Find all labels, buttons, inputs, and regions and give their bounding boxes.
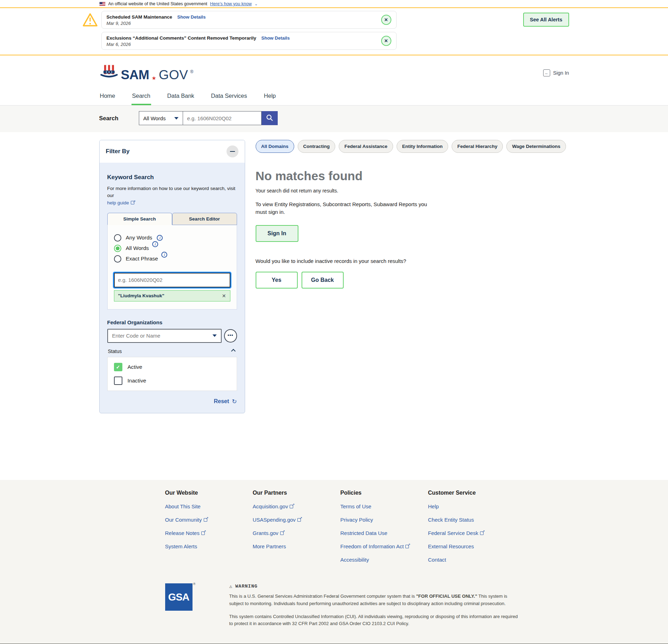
yes-button[interactable]: Yes bbox=[256, 272, 298, 289]
reset-filters-link[interactable]: Reset bbox=[214, 398, 229, 405]
caret-down-icon bbox=[174, 117, 178, 120]
tab-simple-search[interactable]: Simple Search bbox=[107, 213, 172, 225]
alert-date: Mar 9, 2026 bbox=[107, 21, 206, 26]
footer-heading-our-partners: Our Partners bbox=[253, 490, 340, 496]
ellipsis-icon: ••• bbox=[228, 332, 234, 338]
chevron-up-icon[interactable] bbox=[231, 349, 236, 353]
sign-in-button[interactable]: Sign In bbox=[256, 225, 298, 242]
active-checkbox[interactable] bbox=[114, 363, 122, 371]
external-link-icon bbox=[131, 201, 134, 204]
radio-exact-phrase[interactable] bbox=[114, 255, 121, 263]
alert-title: Exclusions “Additional Comments” Content… bbox=[107, 35, 256, 41]
footer-link-release-notes[interactable]: Release Notes bbox=[165, 530, 253, 536]
search-row: Search All Words bbox=[0, 106, 668, 132]
footer-link-about-this-site[interactable]: About This Site bbox=[165, 503, 253, 509]
search-mode-value: All Words bbox=[143, 115, 166, 121]
sam-gov-logo[interactable]: SAM ★ GOV ® bbox=[99, 65, 194, 81]
nav-item-home[interactable]: Home bbox=[99, 90, 116, 105]
inactive-checkbox[interactable] bbox=[114, 377, 122, 385]
minus-icon bbox=[230, 151, 235, 152]
sign-in-note: To view Entity Registrations, Subcontrac… bbox=[256, 201, 434, 216]
external-link-icon bbox=[204, 518, 207, 522]
go-back-button[interactable]: Go Back bbox=[302, 272, 344, 289]
nav-item-help[interactable]: Help bbox=[263, 90, 277, 105]
alert-show-details-link[interactable]: Show Details bbox=[261, 35, 290, 41]
external-link-icon bbox=[405, 545, 409, 548]
chevron-down-icon: ⌄ bbox=[255, 2, 258, 6]
keyword-info-text: For more information on how to use our k… bbox=[107, 186, 235, 198]
see-all-alerts-button[interactable]: See All Alerts bbox=[523, 13, 569, 27]
header-sign-in-link[interactable]: ← Sign In bbox=[543, 69, 569, 76]
keyword-input[interactable] bbox=[114, 273, 230, 287]
search-input[interactable] bbox=[183, 111, 262, 125]
warning-icon: ⚠ bbox=[229, 583, 232, 589]
footer-link-acquisition-gov[interactable]: Acquisition.gov bbox=[253, 503, 340, 509]
search-submit-button[interactable] bbox=[262, 111, 278, 125]
refresh-icon[interactable]: ↻ bbox=[232, 398, 237, 405]
nav-item-data-services[interactable]: Data Services bbox=[210, 90, 248, 105]
alert-close-button[interactable]: ✕ bbox=[381, 15, 391, 25]
footer-link-accessibility[interactable]: Accessibility bbox=[340, 557, 428, 563]
external-link-icon bbox=[297, 518, 301, 522]
footer-link-federal-service-desk[interactable]: Federal Service Desk bbox=[428, 530, 516, 536]
active-checkbox-label: Active bbox=[128, 364, 142, 370]
search-label: Search bbox=[99, 115, 119, 122]
banner-how-you-know-link[interactable]: Here’s how you know bbox=[210, 1, 252, 6]
external-link-icon bbox=[201, 531, 205, 535]
domain-tab-federal-hierarchy[interactable]: Federal Hierarchy bbox=[452, 140, 503, 153]
footer-link-grants-gov[interactable]: Grants.gov bbox=[253, 530, 340, 536]
domain-tab-all-domains[interactable]: All Domains bbox=[256, 140, 294, 153]
info-icon[interactable]: i bbox=[152, 241, 158, 247]
footer-link-external-resources[interactable]: External Resources bbox=[428, 543, 516, 549]
footer-link-terms-of-use[interactable]: Terms of Use bbox=[340, 503, 428, 509]
collapse-filters-button[interactable] bbox=[227, 145, 238, 157]
footer-link-restricted-data-use[interactable]: Restricted Data Use bbox=[340, 530, 428, 536]
radio-any-words-label: Any Words bbox=[126, 235, 153, 241]
close-icon: ✕ bbox=[384, 17, 388, 22]
warning-paragraph-1: This is a U.S. General Services Administ… bbox=[229, 593, 520, 608]
domain-tab-federal-assistance[interactable]: Federal Assistance bbox=[339, 140, 393, 153]
info-icon[interactable]: i bbox=[157, 235, 163, 241]
domain-tab-wage-determinations[interactable]: Wage Determinations bbox=[506, 140, 566, 153]
chip-remove-icon[interactable]: ✕ bbox=[222, 293, 226, 299]
footer-link-privacy-policy[interactable]: Privacy Policy bbox=[340, 517, 428, 523]
us-flag-icon bbox=[99, 2, 106, 6]
status-label: Status bbox=[108, 348, 122, 354]
site-header: SAM ★ GOV ® ← Sign In bbox=[99, 55, 569, 88]
search-mode-dropdown[interactable]: All Words bbox=[139, 111, 183, 125]
radio-any-words[interactable] bbox=[114, 234, 121, 242]
alert-close-button[interactable]: ✕ bbox=[381, 36, 391, 46]
help-guide-link[interactable]: help guide bbox=[107, 200, 134, 205]
domain-tab-contracting[interactable]: Contracting bbox=[298, 140, 336, 153]
logo-star-icon: ★ bbox=[151, 75, 156, 81]
tab-search-editor[interactable]: Search Editor bbox=[172, 213, 237, 225]
footer-link-check-entity-status[interactable]: Check Entity Status bbox=[428, 517, 516, 523]
logo-registered-mark: ® bbox=[190, 69, 193, 74]
footer-heading-customer-service: Customer Service bbox=[428, 490, 516, 496]
footer-heading-our-website: Our Website bbox=[165, 490, 253, 496]
federal-org-more-button[interactable]: ••• bbox=[224, 329, 237, 343]
footer-link-help[interactable]: Help bbox=[428, 503, 516, 509]
federal-organizations-heading: Federal Organizations bbox=[107, 319, 237, 325]
footer-link-contact[interactable]: Contact bbox=[428, 557, 516, 563]
footer-link-more-partners[interactable]: More Partners bbox=[253, 543, 340, 549]
footer-link-foia[interactable]: Freedom of Information Act bbox=[340, 543, 428, 549]
alert-date: Mar 6, 2026 bbox=[107, 42, 290, 47]
uncle-sam-hat-icon bbox=[99, 65, 119, 81]
info-icon[interactable]: i bbox=[161, 252, 167, 258]
sign-in-arrow-icon: ← bbox=[543, 69, 550, 76]
alert-title: Scheduled SAM Maintenance bbox=[107, 14, 173, 20]
no-matches-subtitle: Your search did not return any results. bbox=[256, 188, 569, 194]
nav-item-data-bank[interactable]: Data Bank bbox=[167, 90, 195, 105]
domain-tab-entity-information[interactable]: Entity Information bbox=[397, 140, 448, 153]
footer-link-system-alerts[interactable]: System Alerts bbox=[165, 543, 253, 549]
keyword-suggestion-chip[interactable]: "Liudmyla Kvashuk" ✕ bbox=[114, 290, 230, 301]
footer-heading-policies: Policies bbox=[340, 490, 428, 496]
footer-link-our-community[interactable]: Our Community bbox=[165, 517, 253, 523]
warning-heading: WARNING bbox=[235, 584, 258, 589]
radio-all-words[interactable] bbox=[114, 245, 121, 252]
nav-item-search[interactable]: Search bbox=[131, 90, 151, 105]
footer-link-usaspending-gov[interactable]: USASpending.gov bbox=[253, 517, 340, 523]
alert-show-details-link[interactable]: Show Details bbox=[177, 14, 206, 20]
federal-org-select[interactable]: Enter Code or Name bbox=[107, 329, 222, 343]
